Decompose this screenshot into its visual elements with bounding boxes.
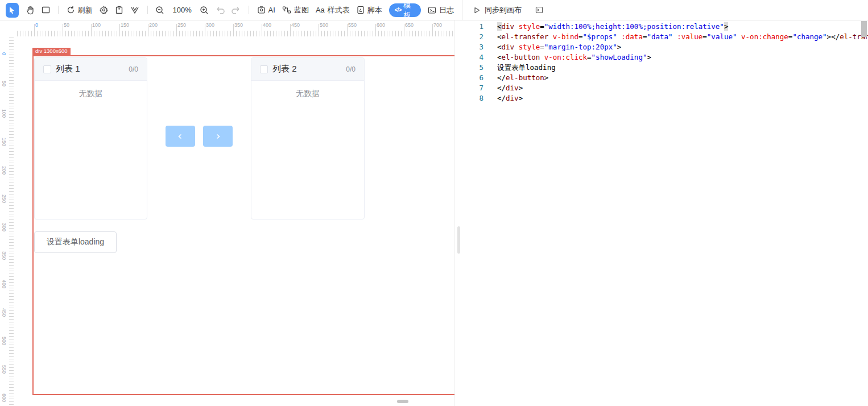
ai-button[interactable]: AI	[257, 6, 275, 14]
editor-vertical-scrollbar[interactable]	[861, 21, 867, 37]
ruler-tick	[9, 276, 14, 277]
code-line: 5设置表单loading	[462, 63, 868, 73]
ruler-tick	[213, 31, 214, 36]
code-text: </div>	[497, 93, 523, 103]
blueprint-button[interactable]: 蓝图	[282, 5, 309, 15]
ruler-tick	[375, 24, 376, 36]
ruler-tick	[9, 291, 14, 291]
zoom-level[interactable]: 100%	[172, 6, 191, 14]
log-button[interactable]: 日志	[428, 5, 454, 15]
ruler-tick	[353, 31, 353, 36]
ruler-tick	[125, 31, 126, 36]
checkbox[interactable]	[43, 65, 51, 73]
ruler-tick	[398, 31, 399, 36]
ruler-tick	[9, 137, 14, 138]
sync-label: 同步到画布	[485, 5, 522, 15]
pan-tool-button[interactable]	[26, 6, 35, 15]
ruler-tick	[9, 168, 14, 169]
ruler-tick	[9, 342, 14, 342]
sync-to-canvas-button[interactable]: 同步到画布	[474, 5, 522, 15]
ruler-tick	[9, 339, 14, 339]
ruler-tick	[216, 31, 217, 36]
ruler-tick	[9, 265, 14, 266]
arrow-left-icon	[177, 133, 184, 140]
ruler-tick	[71, 31, 72, 36]
ruler-tick	[9, 140, 14, 140]
ruler-tick	[9, 188, 14, 189]
ruler-tick	[9, 89, 14, 89]
ruler-label: 550	[1, 365, 7, 374]
transfer-left-button[interactable]	[166, 126, 195, 147]
ruler-tick	[9, 183, 14, 183]
stylesheet-button[interactable]: Aa 样式表	[316, 5, 350, 15]
settings-button[interactable]	[100, 6, 108, 14]
ruler-tick	[9, 80, 14, 81]
ruler-label: 100	[92, 22, 101, 28]
ruler-tick	[358, 31, 359, 36]
ruler-tick	[449, 31, 450, 36]
ruler-tick	[424, 31, 424, 36]
refresh-button[interactable]: 刷新	[67, 5, 93, 15]
script-label: 脚本	[367, 5, 382, 15]
ruler-label: 200	[1, 166, 7, 175]
checkbox[interactable]	[260, 65, 268, 73]
ruler-tick	[9, 325, 14, 325]
transfer-right-button[interactable]	[203, 126, 233, 147]
ruler-tick	[37, 31, 38, 36]
ruler-tick	[9, 379, 14, 379]
stylesheet-label: 样式表	[328, 5, 350, 15]
ruler-tick	[9, 217, 14, 217]
ruler-tick	[60, 31, 60, 36]
ruler-tick	[9, 225, 14, 226]
console-button[interactable]	[535, 6, 543, 14]
ruler-tick	[9, 120, 14, 121]
clipboard-button[interactable]	[115, 6, 123, 14]
ruler-tick	[148, 24, 148, 36]
canvas-vertical-scrollbar[interactable]	[457, 226, 460, 254]
ruler-tick	[9, 387, 14, 388]
ruler-tick	[9, 345, 14, 345]
ruler-tick	[324, 31, 325, 36]
ruler-tick	[111, 31, 111, 36]
selected-div-element[interactable]: 列表 1 0/0 无数据 列表 2 0/0 无数据 设置表单load	[32, 55, 455, 395]
code-editor[interactable]: 1<div style="width:100%;height:100%;posi…	[462, 20, 868, 406]
ruler-tick	[117, 31, 117, 36]
ruler-tick	[85, 31, 86, 36]
terminal-icon	[535, 6, 543, 14]
ruler-tick	[247, 31, 248, 36]
ruler-label: 500	[320, 22, 328, 28]
zoom-in-button[interactable]	[200, 6, 209, 15]
undo-button[interactable]	[216, 6, 225, 14]
zoom-out-button[interactable]	[155, 6, 164, 15]
ruler-tick	[9, 63, 14, 64]
components-button[interactable]	[130, 6, 139, 14]
ruler-tick	[9, 114, 14, 115]
ruler-tick	[9, 154, 14, 155]
arrow-right-icon	[214, 133, 221, 140]
canvas-horizontal-scrollbar[interactable]	[397, 400, 408, 403]
ruler-tick	[390, 31, 390, 36]
ruler-label: 600	[377, 22, 385, 28]
design-canvas[interactable]: 0501001502002503003504004505005506006507…	[0, 20, 455, 406]
ruler-tick	[245, 31, 245, 36]
code-text: <div style="width:100%;height:100%;posit…	[497, 22, 728, 32]
ruler-label: 150	[121, 22, 129, 28]
redo-button[interactable]	[232, 6, 241, 14]
set-form-loading-button[interactable]: 设置表单loading	[34, 231, 117, 253]
ruler-tick	[9, 384, 14, 385]
blueprint-label: 蓝图	[294, 5, 309, 15]
ruler-tick	[447, 31, 447, 36]
ruler-tick	[196, 31, 197, 36]
code-icon: </>	[395, 7, 401, 13]
frame-tool-button[interactable]	[42, 6, 50, 14]
code-line: 2<el-transfer v-bind="$props" :data="dat…	[462, 32, 868, 42]
select-tool-button[interactable]	[6, 3, 19, 18]
template-tab-active[interactable]: </> 模板	[389, 3, 421, 17]
ruler-tick	[296, 31, 296, 36]
ruler-tick	[9, 123, 14, 123]
canvas-toolbar: 刷新 100%	[0, 0, 462, 20]
transfer-panel-title: 列表 1	[56, 64, 129, 74]
log-label: 日志	[439, 5, 454, 15]
ruler-tick	[9, 208, 14, 209]
script-button[interactable]: 脚本	[357, 5, 382, 15]
